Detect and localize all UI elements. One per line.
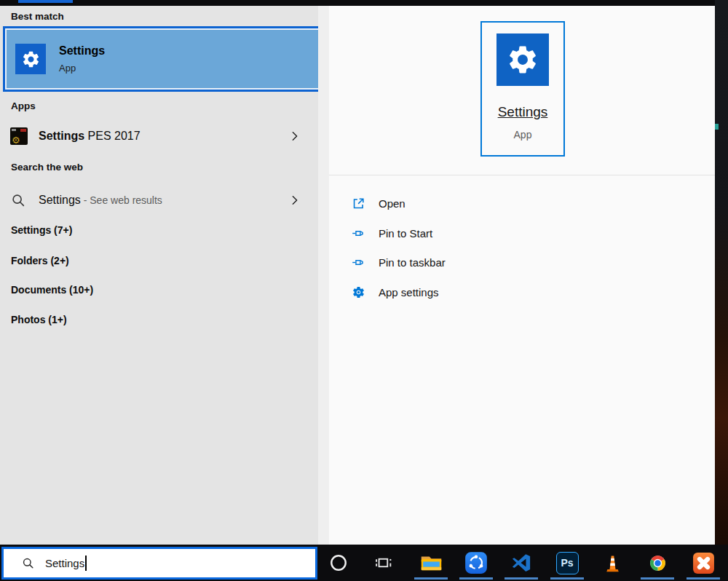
running-indicator	[505, 577, 538, 580]
cortana-icon[interactable]	[324, 548, 353, 577]
running-indicator	[641, 577, 674, 580]
category-photos[interactable]: Photos (1+)	[11, 314, 67, 325]
shareit-icon[interactable]	[462, 548, 491, 577]
apps-header: Apps	[11, 100, 36, 111]
chevron-right-icon[interactable]	[289, 194, 301, 206]
action-app-settings[interactable]: App settings	[352, 282, 439, 301]
open-icon	[352, 197, 365, 210]
result-web-settings[interactable]: Settings - See web results	[0, 185, 318, 216]
task-view-icon[interactable]	[369, 548, 398, 577]
running-indicator	[687, 577, 720, 580]
photoshop-icon[interactable]: Ps	[553, 548, 582, 577]
search-icon	[21, 556, 35, 570]
search-input[interactable]: Settings	[1, 547, 317, 580]
running-indicator	[550, 577, 584, 580]
chrome-icon[interactable]	[643, 548, 672, 577]
xampp-icon[interactable]	[689, 548, 718, 577]
action-pin-to-taskbar[interactable]: Pin to taskbar	[352, 253, 446, 272]
action-pin-to-start[interactable]: Pin to Start	[352, 224, 432, 242]
vlc-icon[interactable]	[598, 548, 627, 577]
action-label: Open	[379, 197, 405, 210]
best-match-result-settings[interactable]: Settings App	[3, 26, 325, 92]
preview-separator	[329, 175, 715, 175]
desktop-window-edge	[715, 124, 719, 130]
action-label: Pin to Start	[379, 227, 432, 240]
window-top-bar	[0, 0, 715, 6]
result-label: Settings - See web results	[39, 194, 162, 207]
gear-icon	[21, 50, 41, 69]
gear-outline-icon	[352, 285, 365, 299]
photoshop-badge: Ps	[556, 552, 579, 574]
category-folders[interactable]: Folders (2+)	[11, 255, 69, 266]
windows-search-screen: Best match Settings App Apps ⚙ Settings …	[0, 0, 728, 581]
settings-app-tile	[15, 44, 46, 74]
gear-icon	[506, 43, 539, 76]
settings-app-tile-large	[496, 33, 549, 86]
text-cursor	[85, 556, 87, 571]
best-match-subtitle: App	[59, 63, 105, 74]
running-indicator	[414, 577, 448, 580]
best-match-header: Best match	[11, 11, 64, 22]
best-match-text: Settings App	[59, 44, 105, 74]
pin-icon	[352, 226, 365, 240]
file-explorer-icon[interactable]	[416, 548, 446, 577]
running-indicator	[459, 577, 493, 580]
scrollbar-gutter[interactable]	[318, 6, 329, 547]
pes-settings-icon: ⚙	[10, 127, 28, 145]
category-settings[interactable]: Settings (7+)	[11, 224, 72, 236]
preview-panel: Settings App Open Pin to Start Pin to ta…	[329, 6, 715, 547]
action-open[interactable]: Open	[352, 194, 405, 213]
category-documents[interactable]: Documents (10+)	[11, 284, 93, 296]
preview-app-name: Settings	[498, 104, 548, 120]
result-label: Settings PES 2017	[39, 130, 141, 143]
search-input-value: Settings	[45, 557, 84, 569]
search-icon	[10, 192, 26, 208]
search-results-panel: Best match Settings App Apps ⚙ Settings …	[0, 6, 318, 547]
pin-icon	[352, 256, 365, 269]
result-settings-pes-2017[interactable]: ⚙ Settings PES 2017	[0, 121, 318, 151]
desktop-edge	[715, 0, 728, 581]
settings-app-preview-card[interactable]: Settings App	[480, 21, 565, 157]
action-label: Pin to taskbar	[379, 256, 446, 269]
best-match-title: Settings	[59, 44, 105, 58]
search-web-header: Search the web	[11, 162, 83, 173]
action-label: App settings	[379, 286, 439, 299]
vscode-icon[interactable]	[507, 548, 536, 577]
window-top-accent	[18, 0, 73, 3]
preview-app-type: App	[514, 129, 532, 141]
chevron-right-icon[interactable]	[289, 130, 301, 142]
